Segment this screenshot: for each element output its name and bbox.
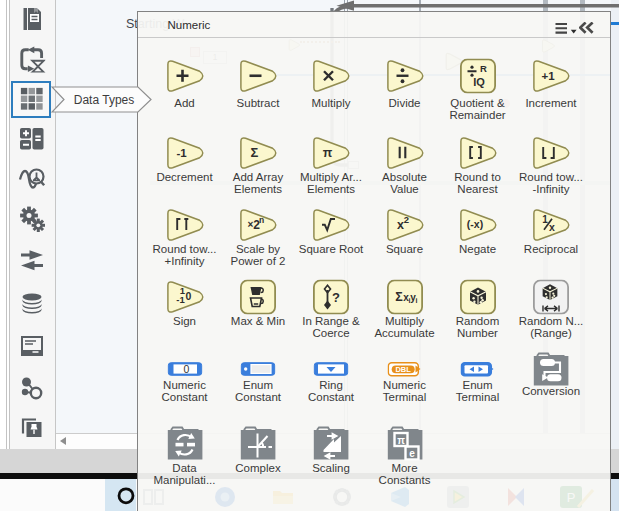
svg-text:Data Types: Data Types xyxy=(74,93,134,107)
